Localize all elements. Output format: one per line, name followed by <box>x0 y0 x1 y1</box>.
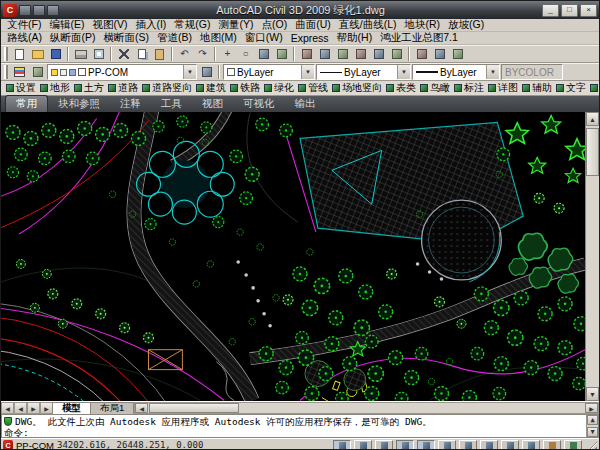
hongye-menu-item[interactable]: 土方 <box>72 81 106 95</box>
app-logo-icon[interactable]: C <box>3 4 17 17</box>
command-scrollbar[interactable]: ▲ ▼ <box>586 415 598 437</box>
save-icon[interactable] <box>47 47 64 62</box>
snap-toggle[interactable] <box>333 440 351 450</box>
menu-item[interactable]: 横断面(S) <box>100 31 154 45</box>
scroll-right-icon[interactable]: ▶ <box>585 403 598 413</box>
new-icon[interactable] <box>11 47 28 62</box>
layer-states-icon[interactable] <box>29 65 46 80</box>
cut-icon[interactable] <box>115 47 132 62</box>
app-status-icon[interactable]: C <box>3 440 13 450</box>
maximize-button[interactable]: □ <box>561 4 578 17</box>
hongye-menu-item[interactable]: 辅助 <box>520 81 554 95</box>
drawing-canvas[interactable] <box>1 112 585 401</box>
hongye-menu-item[interactable]: 表类 <box>384 81 418 95</box>
hongye-menu-item[interactable]: 道路 <box>106 81 140 95</box>
open-icon[interactable] <box>29 47 46 62</box>
menu-item[interactable]: 放坡(G) <box>444 18 488 32</box>
ribbon-tab[interactable]: 块和参照 <box>48 96 110 112</box>
ribbon-tab[interactable]: 工具 <box>151 96 192 112</box>
coordinates-readout[interactable]: 34202.616, 26448.251, 0.000 <box>57 440 203 450</box>
ribbon-tab[interactable]: 视图 <box>192 96 233 112</box>
color-combobox[interactable]: ByLayer ▼ <box>223 64 315 80</box>
menu-item[interactable]: 点(O) <box>258 18 292 32</box>
hongye-menu-item[interactable]: 文字 <box>554 81 588 95</box>
combo-arrow-icon[interactable]: ▼ <box>183 65 196 79</box>
ribbon-tab[interactable]: 可视化 <box>233 96 285 112</box>
hongye-menu-item[interactable]: 标注 <box>452 81 486 95</box>
menu-item[interactable]: 直线/曲线(L) <box>335 18 401 32</box>
undo-icon[interactable]: ↶ <box>176 47 193 62</box>
tool-palettes-icon[interactable] <box>334 47 351 62</box>
hongye-menu-item[interactable]: 帮助 <box>588 81 600 95</box>
menu-item[interactable]: 地图(M) <box>196 31 241 45</box>
help-icon[interactable] <box>413 47 430 62</box>
zoom-window-icon[interactable] <box>255 47 272 62</box>
vertical-scroll-thumb[interactable] <box>586 128 599 176</box>
paste-icon[interactable] <box>151 47 168 62</box>
command-window[interactable]: DWG。 此文件上次由 Autodesk 应用程序或 Autodesk 许可的应… <box>1 414 599 438</box>
first-tab-icon[interactable]: ◀ <box>1 402 14 414</box>
hongye-menu-item[interactable]: 铁路 <box>228 81 262 95</box>
tray-settings-icon[interactable] <box>564 440 582 450</box>
menu-item[interactable]: 插入(I) <box>131 18 170 32</box>
layer-combobox[interactable]: PP-COM ▼ <box>47 64 197 80</box>
annotation-scale-icon[interactable] <box>543 440 561 450</box>
otrack-toggle[interactable] <box>438 440 456 450</box>
model-space-toggle[interactable] <box>522 440 540 450</box>
hongye-menu-item[interactable]: 详图 <box>486 81 520 95</box>
vertical-scrollbar[interactable]: ▲ ▼ <box>585 112 599 401</box>
minimize-button[interactable]: _ <box>542 4 559 17</box>
hongye-menu-item[interactable]: 道路竖向 <box>140 81 194 95</box>
lineweight-combobox[interactable]: ByLayer ▼ <box>412 64 500 80</box>
ortho-toggle[interactable] <box>375 440 393 450</box>
hongye-menu-item[interactable]: 设置 <box>4 81 38 95</box>
menu-item[interactable]: 测量(Y) <box>215 18 258 32</box>
menu-item[interactable]: 纵断面(P) <box>46 31 100 45</box>
prev-tab-icon[interactable]: ◀ <box>14 402 27 414</box>
horizontal-scrollbar[interactable]: ◀ ▶ <box>134 402 599 414</box>
communication-center-icon[interactable] <box>47 5 59 16</box>
hongye-menu-item[interactable]: 管线 <box>296 81 330 95</box>
combo-arrow-icon[interactable]: ▼ <box>301 65 314 79</box>
scroll-down-icon[interactable]: ▼ <box>586 387 599 401</box>
toolbar-grip[interactable] <box>4 65 8 79</box>
make-layer-current-icon[interactable] <box>198 65 215 80</box>
workspace-icon[interactable] <box>33 5 45 16</box>
next-tab-icon[interactable]: ▶ <box>27 402 40 414</box>
quickcalc-icon[interactable] <box>388 47 405 62</box>
close-button[interactable]: × <box>580 4 597 17</box>
scroll-left-icon[interactable]: ◀ <box>135 403 148 413</box>
layer-properties-icon[interactable] <box>11 65 28 80</box>
ribbon-tab[interactable]: 注释 <box>110 96 151 112</box>
layout-tab[interactable]: 模型 <box>52 402 91 414</box>
hongye-menu-item[interactable]: 建筑 <box>194 81 228 95</box>
copy-icon[interactable] <box>133 47 150 62</box>
markup-set-manager-icon[interactable] <box>370 47 387 62</box>
hongye-menu-item[interactable]: 地形 <box>38 81 72 95</box>
plot-icon[interactable] <box>72 47 89 62</box>
properties-icon[interactable] <box>298 47 315 62</box>
resize-grip[interactable] <box>585 439 597 450</box>
menu-item[interactable]: 编辑(E) <box>45 18 88 32</box>
menu-item[interactable]: Express <box>287 32 333 44</box>
render-icon[interactable] <box>431 47 448 62</box>
scroll-down-icon[interactable]: ▼ <box>587 427 598 437</box>
hongye-menu-item[interactable]: 鸟瞰 <box>418 81 452 95</box>
dyn-toggle[interactable] <box>480 440 498 450</box>
combo-arrow-icon[interactable]: ▼ <box>486 65 499 79</box>
menu-item[interactable]: 常规(G) <box>170 18 214 32</box>
menu-item[interactable]: 地块(R) <box>401 18 445 32</box>
menu-item[interactable]: 鸿业工业总图7.1 <box>376 31 462 45</box>
hongye-menu-item[interactable]: 场地竖向 <box>330 81 384 95</box>
linetype-combobox[interactable]: ByLayer ▼ <box>316 64 411 80</box>
combo-arrow-icon[interactable]: ▼ <box>397 65 410 79</box>
scroll-up-icon[interactable]: ▲ <box>586 112 599 126</box>
menu-item[interactable]: 路线(A) <box>3 31 46 45</box>
toolbar-grip[interactable] <box>4 47 8 61</box>
zoom-previous-icon[interactable] <box>273 47 290 62</box>
grid-toggle[interactable] <box>354 440 372 450</box>
osnap-toggle[interactable] <box>417 440 435 450</box>
layout-tab[interactable]: 布局1 <box>90 402 134 414</box>
menu-item[interactable]: 曲面(U) <box>291 18 335 32</box>
menu-item[interactable]: 视图(V) <box>88 18 131 32</box>
